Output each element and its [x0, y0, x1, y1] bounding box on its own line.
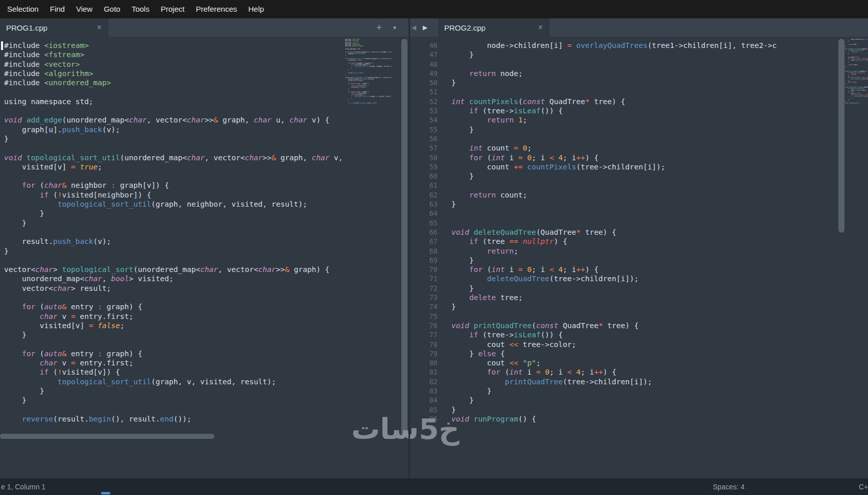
code-line[interactable]	[4, 256, 343, 265]
code-line[interactable]: }	[4, 209, 343, 218]
code-line[interactable]: }	[451, 50, 777, 59]
code-line[interactable]: unordered_map<char, bool> visited;	[4, 274, 343, 283]
code-line[interactable]: topological_sort_util(graph, v, visited,…	[4, 377, 343, 386]
code-line[interactable]: graph[u].push_back(v);	[4, 125, 343, 134]
syntax-mode[interactable]: C++	[859, 479, 868, 495]
code-line[interactable]	[4, 340, 343, 349]
code-line[interactable]: }	[4, 218, 343, 228]
tab-prog1[interactable]: PROG1.cpp ×	[0, 18, 108, 37]
code-left[interactable]: #include <iostream>#include <fstream>#in…	[4, 41, 343, 424]
code-line[interactable]: if (!visited[v]) {	[4, 367, 343, 377]
code-line[interactable]	[4, 143, 343, 153]
code-line[interactable]: int count = 0;	[451, 143, 777, 153]
code-line[interactable]: return count;	[451, 190, 777, 200]
code-line[interactable]: visited[v] = false;	[4, 321, 343, 330]
code-line[interactable]: #include <vector>	[4, 60, 343, 69]
menu-item-help[interactable]: Help	[243, 0, 270, 18]
code-line[interactable]: cout << tree->color;	[451, 340, 777, 349]
code-line[interactable]	[451, 60, 777, 69]
code-line[interactable]: for (int i = 0; i < 4; i++) {	[451, 265, 777, 274]
code-line[interactable]	[4, 293, 343, 302]
indentation-setting[interactable]: Spaces: 4	[713, 479, 744, 495]
close-icon[interactable]: ×	[531, 23, 543, 32]
code-line[interactable]: for (int i = 0; i < 4; i++) {	[451, 153, 777, 162]
vertical-scrollbar-right[interactable]	[838, 39, 845, 233]
code-line[interactable]: vector<char> topological_sort(unordered_…	[4, 265, 343, 274]
menu-item-selection[interactable]: Selection	[2, 0, 44, 18]
code-line[interactable]: reverse(result.begin(), result.end());	[4, 414, 343, 424]
code-line[interactable]: vector<char> result;	[4, 284, 343, 293]
code-line[interactable]	[451, 134, 777, 143]
code-line[interactable]: void printQuadTree(const QuadTree* tree)…	[451, 321, 777, 330]
code-line[interactable]: using namespace std;	[4, 97, 343, 106]
code-line[interactable]: return 1;	[451, 115, 777, 125]
code-line[interactable]	[451, 209, 777, 218]
close-icon[interactable]: ×	[90, 23, 102, 32]
code-line[interactable]	[451, 181, 777, 190]
menu-item-goto[interactable]: Goto	[98, 0, 126, 18]
tab-prog2[interactable]: PROG2.cpp ×	[438, 18, 549, 37]
code-line[interactable]: if (tree == nullptr) {	[451, 237, 777, 246]
menu-item-project[interactable]: Project	[155, 0, 190, 18]
new-tab-icon[interactable]: +	[376, 18, 382, 37]
code-line[interactable]	[4, 405, 343, 414]
code-line[interactable]: #include <unordered_map>	[4, 78, 343, 87]
code-line[interactable]: }	[451, 200, 777, 209]
code-line[interactable]: topological_sort_util(graph, neighbor, v…	[4, 200, 343, 209]
code-line[interactable]: if (tree->isLeaf()) {	[451, 330, 777, 339]
minimap-left[interactable]: #include <iostream>#include <fstream>#in…	[345, 39, 392, 432]
code-line[interactable]: char v = entry.first;	[4, 358, 343, 367]
code-line[interactable]: for (auto& entry : graph) {	[4, 302, 343, 311]
code-line[interactable]: deleteQuadTree(tree->children[i]);	[451, 274, 777, 283]
code-line[interactable]: visited[v] = true;	[4, 162, 343, 171]
menu-item-tools[interactable]: Tools	[126, 0, 155, 18]
code-right[interactable]: node->children[i] = overlayQuadTrees(tre…	[451, 41, 777, 424]
pane-divider[interactable]	[408, 18, 410, 479]
code-line[interactable]: }	[4, 386, 343, 395]
minimap-right[interactable]: node->children[i] = overlayQuadTrees(tre…	[845, 39, 868, 432]
code-line[interactable]: }	[451, 302, 777, 311]
menu-item-preferences[interactable]: Preferences	[190, 0, 243, 18]
tab-overflow-icon[interactable]: ▼	[392, 18, 397, 37]
code-line[interactable]: void deleteQuadTree(QuadTree* tree) {	[451, 228, 777, 237]
code-line[interactable]: }	[451, 78, 777, 87]
code-line[interactable]: node->children[i] = overlayQuadTrees(tre…	[451, 41, 777, 50]
code-line[interactable]: delete tree;	[451, 293, 777, 302]
code-line[interactable]: if (tree->isLeaf()) {	[451, 106, 777, 115]
code-line[interactable]: char v = entry.first;	[4, 312, 343, 321]
code-line[interactable]	[4, 87, 343, 96]
code-line[interactable]: int countPixels(const QuadTree* tree) {	[451, 97, 777, 106]
code-line[interactable]: #include <algorithm>	[4, 69, 343, 78]
code-line[interactable]: for (int i = 0; i < 4; i++) {	[451, 367, 777, 377]
code-line[interactable]: }	[4, 395, 343, 405]
code-line[interactable]: #include <iostream>	[4, 41, 343, 50]
code-line[interactable]: } else {	[451, 349, 777, 358]
code-line[interactable]	[4, 106, 343, 115]
code-line[interactable]: }	[451, 284, 777, 293]
code-line[interactable]: for (auto& entry : graph) {	[4, 349, 343, 358]
code-line[interactable]: }	[451, 256, 777, 265]
code-line[interactable]: if (!visited[neighbor]) {	[4, 190, 343, 200]
code-line[interactable]	[451, 87, 777, 96]
code-line[interactable]	[4, 228, 343, 237]
code-line[interactable]: cout << "p";	[451, 358, 777, 367]
code-line[interactable]: for (char& neighbor : graph[v]) {	[4, 181, 343, 190]
code-line[interactable]: return node;	[451, 69, 777, 78]
menu-item-view[interactable]: View	[70, 0, 98, 18]
code-line[interactable]: }	[4, 246, 343, 256]
code-line[interactable]: }	[451, 386, 777, 395]
menu-item-find[interactable]: Find	[44, 0, 70, 18]
code-line[interactable]	[451, 312, 777, 321]
code-line[interactable]: }	[4, 134, 343, 143]
code-line[interactable]: }	[451, 395, 777, 405]
nav-back-icon[interactable]: ◀	[412, 18, 416, 37]
code-line[interactable]: }	[451, 405, 777, 414]
code-line[interactable]: return;	[451, 246, 777, 256]
nav-forward-icon[interactable]: ▶	[423, 18, 427, 37]
code-line[interactable]: #include <fstream>	[4, 50, 343, 59]
vertical-scrollbar-left[interactable]	[401, 39, 407, 438]
code-line[interactable]: }	[4, 330, 343, 339]
code-line[interactable]: result.push_back(v);	[4, 237, 343, 246]
code-line[interactable]: }	[451, 125, 777, 134]
code-line[interactable]: void topological_sort_util(unordered_map…	[4, 153, 343, 162]
